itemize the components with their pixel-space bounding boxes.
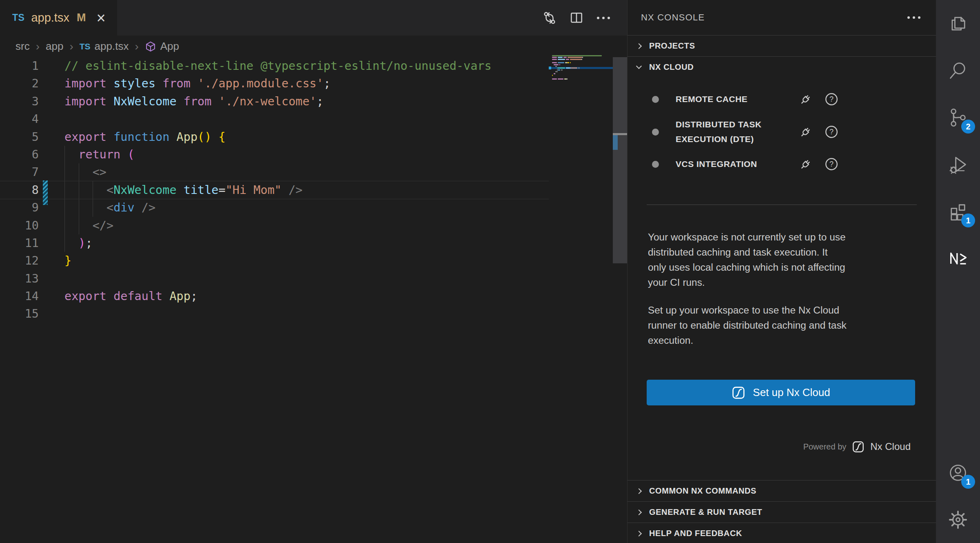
gutter-modified-indicator[interactable]: [43, 180, 48, 205]
line-number[interactable]: 7: [0, 163, 39, 181]
status-dot-icon: [652, 161, 659, 168]
chevron-right-icon: [634, 44, 644, 48]
split-editor-icon[interactable]: [569, 11, 584, 25]
code-line-14[interactable]: 14export default App;: [0, 287, 549, 305]
line-number[interactable]: 3: [0, 93, 39, 110]
breadcrumb: src›app›TSapp.tsx›App: [0, 36, 627, 57]
tab-label: app.tsx: [31, 11, 69, 24]
line-number[interactable]: 13: [0, 270, 39, 287]
setup-nx-cloud-button[interactable]: Set up Nx Cloud: [647, 380, 915, 405]
minimap-line: [552, 78, 557, 80]
code-lines: 1// eslint-disable-next-line @typescript…: [0, 57, 549, 323]
code-line-8[interactable]: 8 <NxWelcome title="Hi Mom" />: [0, 181, 549, 199]
code-text: export function App() {: [64, 128, 226, 146]
symbol-class-icon: [145, 41, 156, 52]
activity-bar-item-settings-gear[interactable]: [936, 496, 980, 543]
feature-row-distributed-task-execution-dte-: DISTRIBUTED TASK EXECUTION (DTE)?: [627, 117, 936, 147]
breadcrumb-item-src[interactable]: src: [16, 40, 30, 53]
workspace-status-text: Your workspace is not currently set up t…: [648, 229, 921, 290]
breadcrumb-label: app.tsx: [95, 40, 129, 53]
line-number[interactable]: 8: [0, 181, 39, 199]
chevron-down-icon: [634, 67, 644, 68]
powered-by-brand: Nx Cloud: [870, 441, 911, 452]
section-common-nx-commands[interactable]: COMMON NX COMMANDS: [627, 480, 936, 501]
status-dot-icon: [652, 129, 659, 136]
code-line-13[interactable]: 13: [0, 270, 549, 287]
activity-bar-item-explorer[interactable]: [936, 0, 980, 47]
connect-icon[interactable]: [798, 91, 814, 107]
breadcrumb-item-app[interactable]: app: [46, 40, 63, 53]
minimap-line: [582, 57, 583, 58]
line-number[interactable]: 1: [0, 57, 39, 75]
section-projects[interactable]: PROJECTS: [627, 35, 936, 56]
panel-bottom-sections: COMMON NX COMMANDSGENERATE & RUN TARGETH…: [627, 480, 936, 543]
minimap-line: [570, 59, 581, 60]
connect-icon[interactable]: [798, 124, 814, 140]
code-line-10[interactable]: 10 </>: [0, 217, 549, 234]
code-text: <>: [64, 163, 106, 181]
line-number[interactable]: 15: [0, 305, 39, 323]
code-line-4[interactable]: 4: [0, 110, 549, 128]
setup-button-label: Set up Nx Cloud: [753, 386, 830, 399]
code-line-11[interactable]: 11 );: [0, 234, 549, 252]
tab-close-icon[interactable]: ×: [96, 10, 105, 26]
code-line-7[interactable]: 7 <>: [0, 163, 549, 181]
line-number[interactable]: 5: [0, 128, 39, 146]
tab-app-tsx[interactable]: TS app.tsx M ×: [0, 0, 117, 36]
line-number[interactable]: 9: [0, 199, 39, 216]
minimap-line: [552, 57, 557, 58]
section-label: GENERATE & RUN TARGET: [649, 507, 762, 517]
help-icon[interactable]: ?: [824, 156, 839, 172]
powered-by-row: Powered by Nx Cloud: [627, 441, 911, 453]
help-icon[interactable]: ?: [824, 91, 839, 107]
line-number[interactable]: 10: [0, 217, 39, 234]
breadcrumb-item-app-tsx[interactable]: TSapp.tsx: [80, 40, 129, 53]
activity-bar-item-extensions[interactable]: 1: [936, 188, 980, 235]
editor-toolbar: [542, 0, 611, 36]
code-text: export default App;: [64, 287, 197, 305]
code-editor[interactable]: 1// eslint-disable-next-line @typescript…: [0, 57, 627, 543]
connect-icon[interactable]: [798, 156, 814, 172]
line-number[interactable]: 2: [0, 75, 39, 92]
activity-bar-item-account[interactable]: 1: [936, 449, 980, 496]
line-number[interactable]: 11: [0, 234, 39, 252]
section-generate-run-target[interactable]: GENERATE & RUN TARGET: [627, 501, 936, 523]
open-changes-icon[interactable]: [542, 11, 557, 25]
section-help-and-feedback[interactable]: HELP AND FEEDBACK: [627, 523, 936, 543]
line-number[interactable]: 4: [0, 110, 39, 128]
code-line-6[interactable]: 6 return (: [0, 146, 549, 163]
activity-bar-item-search[interactable]: [936, 47, 980, 94]
activity-bar-item-source-control[interactable]: 2: [936, 94, 980, 141]
line-number[interactable]: 14: [0, 287, 39, 305]
code-line-12[interactable]: 12}: [0, 252, 549, 269]
scrollbar-thumb[interactable]: [613, 57, 627, 263]
feature-label: REMOTE CACHE: [676, 92, 798, 107]
code-line-5[interactable]: 5export function App() {: [0, 128, 549, 146]
section-label: COMMON NX COMMANDS: [649, 486, 756, 496]
minimap[interactable]: [549, 57, 613, 543]
line-number[interactable]: 12: [0, 252, 39, 269]
more-actions-icon[interactable]: [596, 14, 611, 22]
minimap-line: [552, 75, 553, 76]
nx-console-icon: [947, 248, 969, 269]
code-line-1[interactable]: 1// eslint-disable-next-line @typescript…: [0, 57, 549, 75]
chevron-right-icon: [634, 489, 644, 493]
activity-bar-item-nx-console[interactable]: [936, 235, 980, 282]
activity-bar-item-run-debug[interactable]: [936, 141, 980, 188]
svg-text:?: ?: [829, 95, 834, 103]
panel-more-actions-icon[interactable]: [907, 14, 921, 21]
code-line-3[interactable]: 3import NxWelcome from './nx-welcome';: [0, 93, 549, 110]
line-number[interactable]: 6: [0, 146, 39, 163]
breadcrumb-item-app[interactable]: App: [145, 40, 179, 53]
help-icon[interactable]: ?: [824, 124, 839, 140]
section-nx-cloud[interactable]: NX CLOUD: [627, 56, 936, 78]
code-line-9[interactable]: 9 <div />: [0, 199, 549, 216]
feature-label: VCS INTEGRATION: [676, 157, 798, 171]
code-line-2[interactable]: 2import styles from './app.module.css';: [0, 75, 549, 92]
typescript-file-icon: TS: [12, 12, 24, 23]
breadcrumb-label: src: [16, 40, 30, 53]
code-line-15[interactable]: 15: [0, 305, 549, 323]
editor-scrollbar[interactable]: [613, 57, 627, 543]
feature-row-vcs-integration: VCS INTEGRATION?: [627, 156, 936, 172]
breadcrumb-separator-icon: ›: [135, 40, 138, 53]
